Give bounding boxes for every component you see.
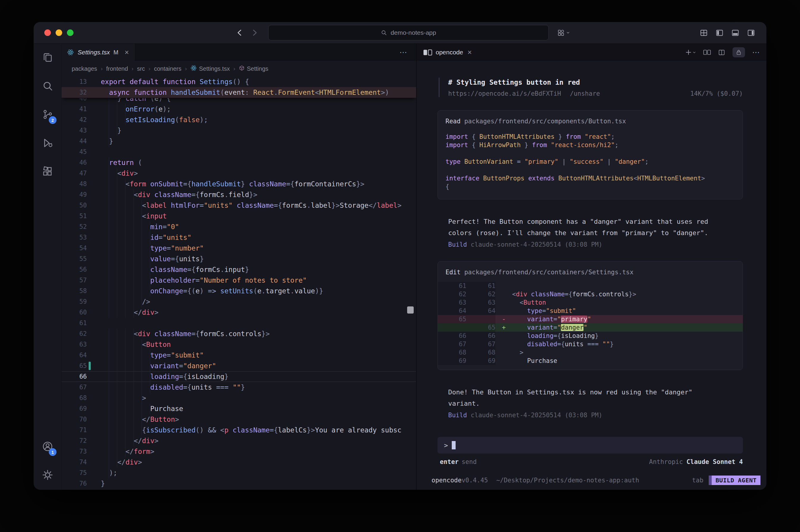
token: handleSubmit (171, 89, 220, 96)
code-line[interactable]: 53id="units" (61, 232, 416, 243)
code-line[interactable]: 52min="0" (61, 222, 416, 232)
breadcrumb-item[interactable]: Settings (239, 65, 268, 73)
activity-bar-item-search[interactable] (34, 72, 61, 101)
indent-guides (101, 114, 126, 125)
new-terminal-button[interactable] (685, 49, 696, 56)
activity-bar-item-source-control[interactable]: 2 (34, 101, 61, 129)
code-line[interactable]: 61 (61, 318, 416, 328)
code-line[interactable]: 54type="number" (61, 243, 416, 253)
code-editor[interactable]: 40} catch (e) {41onError(e);42setIsLoadi… (61, 76, 416, 490)
maximize-panel-lock-button[interactable] (732, 47, 745, 57)
profiles-menu-button[interactable] (557, 29, 570, 37)
code-line[interactable]: 60</div> (61, 307, 416, 318)
token: type (150, 351, 167, 359)
editor-actions-more-button[interactable]: ⋯ (399, 44, 416, 61)
token: form (130, 180, 146, 188)
panel-close-button[interactable]: ✕ (467, 49, 472, 56)
code-line[interactable]: 43} (61, 125, 416, 136)
agent-mode-badge[interactable]: BUILD AGENT (709, 476, 760, 485)
code-line[interactable]: 63<Button (61, 339, 416, 350)
gutter (87, 457, 101, 468)
code-line[interactable]: 49<div className={formCs.field}> (61, 189, 416, 200)
model-name[interactable]: Claude Sonnet 4 (686, 458, 743, 466)
token: className (527, 291, 565, 298)
token: { (561, 341, 565, 348)
code-line[interactable]: 62<div className={formCs.controls}> (61, 328, 416, 339)
code-line[interactable]: 66loading={isLoading} (61, 371, 416, 382)
code-line[interactable]: 70</Button> (61, 414, 416, 425)
token: ( (154, 105, 159, 113)
token: setUnits (220, 287, 254, 295)
breadcrumb-separator-icon: › (234, 65, 235, 72)
line-number: 52 (61, 222, 87, 232)
code-line[interactable]: 65variant="danger" (61, 361, 416, 371)
scrollbar-thumb[interactable] (407, 306, 414, 314)
code-line[interactable]: 58onChange={(e) => setUnits(e.target.val… (61, 286, 416, 296)
code-line[interactable]: 64type="submit" (61, 350, 416, 361)
activity-bar-item-settings-gear[interactable] (34, 461, 61, 490)
zoom-window-button[interactable] (67, 30, 73, 36)
share-url[interactable]: https://opencode.ai/s/eBdFXTiH (448, 90, 561, 97)
code-line[interactable]: 56className={formCs.input} (61, 264, 416, 275)
unshare-command[interactable]: /unshare (570, 90, 600, 97)
command-center-search[interactable]: demo-notes-app (268, 25, 549, 40)
tab-close-button[interactable]: ✕ (124, 49, 129, 56)
customize-layout-icon[interactable] (700, 29, 708, 37)
tab-title: Settings.tsx (78, 49, 110, 56)
code-line[interactable]: 71{isSubscribed() && <p className={label… (61, 425, 416, 435)
activity-bar-item-extensions[interactable] (34, 158, 61, 186)
code-line[interactable]: 67disabled={units === ""} (61, 382, 416, 393)
code-line[interactable]: 50<label htmlFor="units" className={form… (61, 200, 416, 211)
tab-settings-tsx[interactable]: Settings.tsx M ✕ (61, 44, 135, 61)
navigate-forward-button[interactable] (249, 27, 261, 39)
code-line[interactable]: 76} (61, 478, 416, 489)
close-window-button[interactable] (44, 30, 51, 36)
code-text: onError(e); (101, 104, 416, 114)
opencode-terminal-icon[interactable] (703, 50, 711, 55)
toggle-sidebar-right-icon[interactable] (747, 29, 755, 37)
panel-more-button[interactable]: ⋯ (752, 49, 760, 56)
breadcrumb-item[interactable]: packages (72, 65, 97, 72)
code-line[interactable]: 55value={units} (61, 253, 416, 264)
indent (512, 307, 527, 315)
code-line[interactable]: 41onError(e); (61, 104, 416, 114)
code-line[interactable]: 75); (61, 468, 416, 478)
opencode-logo-icon (423, 49, 432, 56)
minimize-window-button[interactable] (56, 30, 62, 36)
toggle-panel-bottom-icon[interactable] (731, 29, 739, 37)
code-line[interactable]: 48<form onSubmit={handleSubmit} classNam… (61, 178, 416, 189)
code-line[interactable]: 69Purchase (61, 403, 416, 414)
navigate-back-button[interactable] (234, 27, 246, 39)
code-text: > (101, 393, 416, 403)
line-number: 49 (61, 189, 87, 200)
split-terminal-button[interactable] (718, 49, 725, 56)
code-line[interactable]: 74</div> (61, 457, 416, 468)
opencode-terminal[interactable]: # Styling Settings button in red https:/… (417, 61, 766, 490)
breadcrumb-item[interactable]: containers (154, 65, 181, 72)
breadcrumb-item[interactable]: src (137, 65, 145, 72)
code-line[interactable]: 42setIsLoading(false); (61, 114, 416, 125)
token: = (163, 223, 167, 231)
code-line[interactable]: 13export default function Settings() { (61, 76, 416, 87)
breadcrumb-item[interactable]: frontend (106, 65, 128, 72)
chat-input[interactable]: > (438, 437, 743, 454)
code-line[interactable]: 68> (61, 393, 416, 403)
code-line[interactable]: 73</form> (61, 446, 416, 457)
code-line[interactable]: 47<div> (61, 168, 416, 178)
breadcrumb-item[interactable]: Settings.tsx (190, 65, 229, 73)
code-line[interactable]: 59/> (61, 296, 416, 307)
toggle-sidebar-left-icon[interactable] (715, 29, 724, 37)
code-line[interactable]: 46return ( (61, 157, 416, 168)
code-line[interactable]: 32async function handleSubmit(event: Rea… (61, 87, 416, 98)
activity-bar-item-account[interactable]: 1 (34, 433, 61, 461)
code-line[interactable]: 57placeholder="Number of notes to store" (61, 275, 416, 286)
code-line[interactable]: 45 (61, 147, 416, 157)
code-line[interactable]: 72</div> (61, 435, 416, 446)
activity-bar-item-run-debug[interactable] (34, 129, 61, 158)
code-line[interactable]: 51<input (61, 211, 416, 222)
activity-bar-item-files[interactable] (34, 44, 61, 72)
panel-tab-title[interactable]: opencode (436, 49, 463, 56)
git-modified-indicator (89, 362, 91, 370)
code-line[interactable]: 44} (61, 136, 416, 147)
token: { (187, 180, 191, 188)
